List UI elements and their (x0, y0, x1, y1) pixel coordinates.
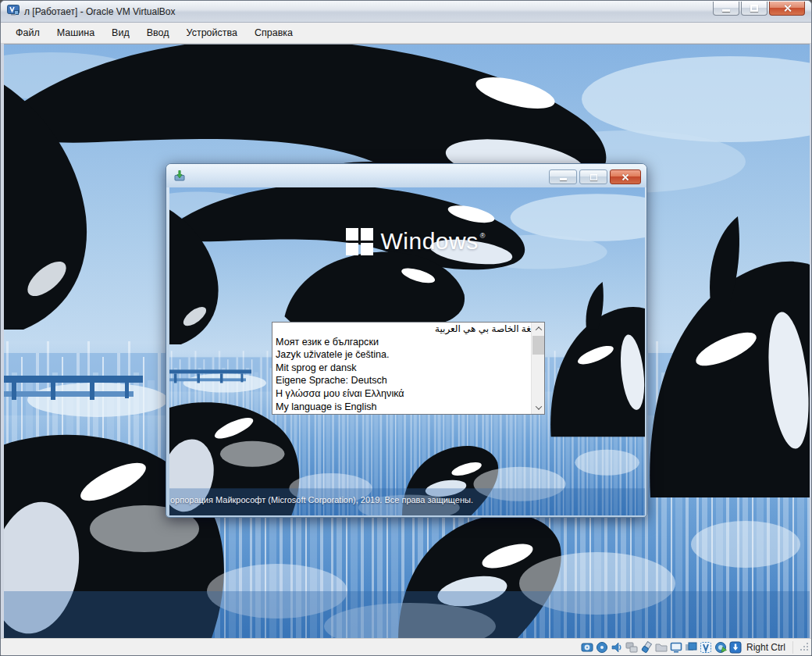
menu-view[interactable]: Вид (103, 23, 138, 42)
menu-help[interactable]: Справка (246, 23, 301, 42)
shared-folders-icon[interactable] (655, 641, 668, 654)
optical-drives-icon[interactable] (596, 641, 608, 654)
minimize-icon (722, 9, 730, 12)
window-title: л [Работает] - Oracle VM VirtualBox (24, 6, 176, 17)
resize-grip[interactable] (799, 640, 809, 654)
close-icon (783, 4, 792, 12)
window-controls (713, 2, 805, 16)
recording-icon[interactable] (685, 641, 697, 654)
menu-devices[interactable]: Устройства (178, 23, 246, 42)
language-option-czech[interactable]: Jazyk uživatele je čeština. (272, 348, 544, 362)
language-option-greek[interactable]: Η γλώσσα μου είναι Ελληνικά (272, 387, 544, 401)
chevron-up-icon (535, 326, 541, 333)
virtualbox-window: л [Работает] - Oracle VM VirtualBox Файл… (0, 0, 812, 656)
setup-close-button[interactable] (610, 169, 641, 184)
mouse-integration-icon[interactable] (714, 641, 727, 654)
scroll-up-button[interactable] (532, 323, 545, 335)
usb-icon[interactable] (640, 641, 653, 654)
maximize-button[interactable] (741, 2, 767, 16)
virtualbox-vm-icon (7, 4, 20, 20)
maximize-icon (590, 174, 597, 180)
language-option-bulgarian[interactable]: Моят език е български (272, 336, 544, 349)
vm-display[interactable]: Windows ® اللغة الخاصة بي هي العربية Моя… (4, 44, 810, 640)
windows-flag-icon (346, 228, 373, 255)
registered-trademark: ® (480, 232, 486, 240)
setup-minimize-button[interactable] (549, 169, 577, 184)
menu-machine[interactable]: Машина (48, 23, 103, 42)
windows-logo: Windows ® (346, 228, 485, 255)
network-icon[interactable] (625, 641, 638, 654)
maximize-icon (750, 5, 758, 12)
scrollbar-thumb[interactable] (532, 336, 544, 355)
windows-wordmark: Windows (381, 228, 479, 255)
setup-title-bar[interactable] (166, 164, 646, 187)
title-bar[interactable]: л [Работает] - Oracle VM VirtualBox (1, 1, 811, 23)
audio-icon[interactable] (611, 641, 623, 654)
copyright-text: орпорация Майкрософт (Microsoft Corporat… (170, 495, 473, 504)
minimize-icon (560, 178, 567, 180)
menu-bar: Файл Машина Вид Ввод Устройства Справка (1, 23, 811, 44)
status-bar: Right Ctrl (1, 638, 811, 655)
hard-disks-icon[interactable] (581, 641, 593, 654)
language-option-danish[interactable]: Mit sprog er dansk (272, 362, 544, 375)
statusbar-separator (792, 641, 793, 654)
host-key-label: Right Ctrl (746, 642, 785, 653)
scroll-down-button[interactable] (532, 401, 545, 414)
language-option-german[interactable]: Eigene Sprache: Deutsch (272, 374, 544, 387)
vm-features-icon[interactable] (700, 641, 712, 654)
listbox-scrollbar[interactable] (531, 323, 544, 414)
language-option-english[interactable]: My language is English (272, 401, 544, 414)
chevron-down-icon (535, 403, 541, 409)
close-icon (621, 173, 629, 181)
setup-installer-icon (173, 169, 186, 185)
keyboard-icon[interactable] (729, 641, 742, 654)
windows-setup-window: Windows ® اللغة الخاصة بي هي العربية Моя… (166, 163, 647, 518)
close-button[interactable] (769, 2, 805, 16)
setup-maximize-button[interactable] (579, 169, 607, 184)
language-listbox[interactable]: اللغة الخاصة بي هي العربية Моят език е б… (272, 322, 545, 415)
minimize-button[interactable] (713, 2, 739, 16)
setup-window-controls (549, 169, 641, 184)
menu-file[interactable]: Файл (7, 23, 48, 42)
language-option-arabic[interactable]: اللغة الخاصة بي هي العربية (272, 323, 544, 336)
display-icon[interactable] (670, 641, 682, 654)
setup-client-area: Windows ® اللغة الخاصة بي هي العربية Моя… (169, 187, 645, 515)
menu-input[interactable]: Ввод (138, 23, 178, 42)
